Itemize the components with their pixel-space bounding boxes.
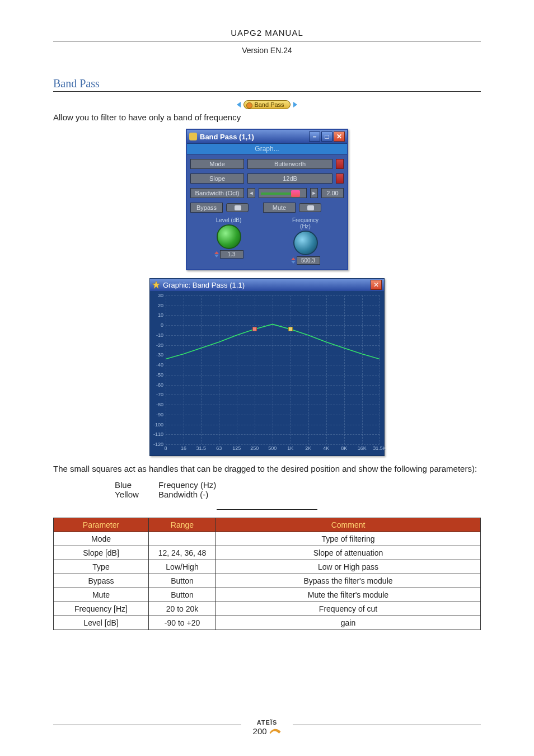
- level-up-icon[interactable]: [214, 251, 219, 254]
- mode-value[interactable]: Butterworth: [247, 159, 332, 169]
- x-tick-label: 2K: [305, 445, 311, 451]
- x-tick-label: 250: [250, 445, 259, 451]
- graph-link[interactable]: Graph...: [187, 143, 347, 154]
- y-tick-label: -30: [156, 352, 163, 358]
- bandwidth-decrease-button[interactable]: ◄: [247, 188, 255, 198]
- page-number: 200: [253, 726, 267, 736]
- chart-handle-frequency[interactable]: [288, 327, 293, 331]
- y-tick-label: 0: [161, 322, 163, 328]
- response-chart[interactable]: 3020100-10-20-30-40-50-60-70-80-90-100-1…: [166, 295, 380, 452]
- table-cell: Slope [dB]: [54, 546, 149, 560]
- table-cell: Bypass the filter's module: [216, 574, 481, 588]
- mode-spinner[interactable]: [336, 159, 344, 169]
- table-cell: Low/High: [149, 560, 216, 574]
- x-tick-label: 500: [268, 445, 277, 451]
- legend-yellow-value: Bandwidth (-): [158, 490, 208, 499]
- x-tick-label: 125: [232, 445, 241, 451]
- y-tick-label: 10: [158, 312, 163, 318]
- frequency-value[interactable]: 500.3: [297, 256, 320, 265]
- y-tick-label: -70: [156, 392, 163, 397]
- y-tick-label: -120: [153, 442, 163, 447]
- legend-blue-value: Frequency (Hz): [158, 480, 216, 490]
- table-cell: 20 to 20k: [149, 602, 216, 616]
- band-pass-graphic-window: Graphic: Band Pass (1,1) ✕ 3020100-10-20…: [149, 278, 385, 456]
- bandwidth-value[interactable]: 2.00: [321, 188, 344, 198]
- level-value[interactable]: 1.3: [220, 250, 243, 259]
- y-tick-label: -40: [156, 362, 163, 368]
- input-port-icon: [237, 102, 241, 107]
- band-pass-module-icon: Band Pass: [53, 100, 481, 109]
- y-tick-label: -80: [156, 402, 163, 407]
- mode-label: Mode: [190, 159, 244, 169]
- legend-yellow-key: Yellow: [115, 490, 148, 499]
- table-row: Frequency [Hz]20 to 20kFrequency of cut: [54, 602, 481, 616]
- table-row: Slope [dB]12, 24, 36, 48Slope of attenua…: [54, 546, 481, 560]
- table-cell: Mode: [54, 532, 149, 546]
- table-cell: Type: [54, 560, 149, 574]
- th-parameter: Parameter: [54, 518, 149, 532]
- level-down-icon[interactable]: [214, 255, 219, 257]
- divider: [217, 509, 317, 510]
- section-title: Band Pass: [53, 77, 481, 90]
- parameter-table: Parameter Range Comment ModeType of filt…: [53, 518, 481, 630]
- bandwidth-slider[interactable]: [259, 188, 307, 198]
- slope-label: Slope: [190, 173, 244, 184]
- chart-handle-bandwidth-low[interactable]: [252, 327, 257, 331]
- table-cell: Button: [149, 574, 216, 588]
- intro-text: Allow you to filter to have only a band …: [53, 112, 481, 122]
- maximize-button[interactable]: □: [321, 132, 332, 142]
- mute-toggle[interactable]: [299, 203, 321, 212]
- mute-label: Mute: [263, 203, 296, 213]
- frequency-up-icon[interactable]: [291, 257, 296, 260]
- table-cell: Bypass: [54, 574, 149, 588]
- brand-logo: ATEÏS: [253, 719, 282, 726]
- level-knob[interactable]: [217, 224, 241, 249]
- table-cell: Mute the filter's module: [216, 588, 481, 602]
- band-pass-control-window: Band Pass (1,1) – □ ✕ Graph... Mode Butt…: [186, 129, 348, 270]
- band-pass-chip: Band Pass: [243, 100, 290, 109]
- x-tick-label: 4K: [323, 445, 329, 451]
- table-row: TypeLow/HighLow or High pass: [54, 560, 481, 574]
- titlebar[interactable]: Band Pass (1,1) – □ ✕: [187, 130, 347, 143]
- bypass-label: Bypass: [190, 203, 223, 213]
- y-tick-label: -100: [153, 422, 163, 428]
- y-tick-label: -110: [153, 431, 163, 437]
- graphic-titlebar[interactable]: Graphic: Band Pass (1,1) ✕: [150, 279, 384, 291]
- graphic-close-button[interactable]: ✕: [371, 280, 382, 290]
- window-title: Band Pass (1,1): [200, 133, 254, 141]
- bypass-toggle[interactable]: [226, 203, 249, 212]
- frequency-knob[interactable]: [293, 231, 318, 255]
- table-row: ModeType of filtering: [54, 532, 481, 546]
- frequency-down-icon[interactable]: [291, 261, 296, 264]
- table-cell: gain: [216, 616, 481, 630]
- handles-description: The small squares act as handles that ca…: [53, 464, 481, 473]
- slope-value[interactable]: 12dB: [247, 173, 332, 184]
- minimize-button[interactable]: –: [309, 132, 320, 142]
- table-row: BypassButtonBypass the filter's module: [54, 574, 481, 588]
- slope-spinner[interactable]: [336, 173, 344, 184]
- header-rule: [53, 41, 481, 41]
- x-tick-label: 31.5K: [373, 445, 386, 451]
- table-cell: -90 to +20: [149, 616, 216, 630]
- table-cell: Frequency [Hz]: [54, 602, 149, 616]
- page-footer: ATEÏS 200: [53, 720, 481, 740]
- x-tick-label: 16K: [358, 445, 367, 451]
- table-cell: Mute: [54, 588, 149, 602]
- bandwidth-increase-button[interactable]: ►: [310, 188, 318, 198]
- x-tick-label: 16: [181, 445, 186, 451]
- section-rule: [53, 91, 481, 92]
- svg-marker-0: [152, 281, 160, 289]
- table-cell: Level [dB]: [54, 616, 149, 630]
- bandwidth-label: Bandwidth (Oct): [190, 188, 244, 198]
- x-tick-label: 8: [164, 445, 167, 451]
- table-row: Level [dB]-90 to +20gain: [54, 616, 481, 630]
- close-button[interactable]: ✕: [334, 132, 345, 142]
- table-cell: [149, 532, 216, 546]
- th-range: Range: [149, 518, 216, 532]
- x-tick-label: 8K: [341, 445, 347, 451]
- handle-legend: Blue Frequency (Hz) Yellow Bandwidth (-): [115, 480, 481, 499]
- y-tick-label: -10: [156, 332, 163, 338]
- swoosh-icon: [269, 727, 281, 735]
- x-tick-label: 31.5: [196, 445, 206, 451]
- legend-blue-key: Blue: [115, 480, 148, 490]
